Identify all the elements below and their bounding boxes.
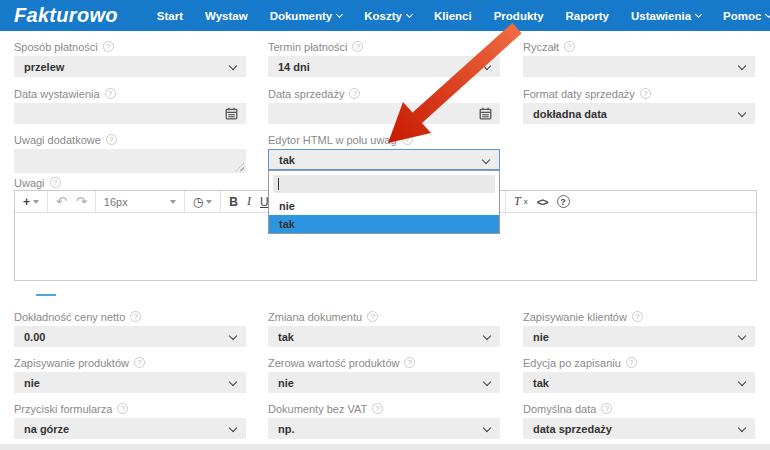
field-label: Termin płatności?	[268, 40, 500, 53]
data-sprzedazy-input[interactable]	[268, 103, 500, 124]
nav-item-produkty[interactable]: Produkty	[483, 10, 555, 22]
editor-help-button[interactable]: ?	[557, 195, 570, 208]
edycja-po-zapisaniu-select[interactable]: tak	[523, 372, 755, 393]
help-icon[interactable]: ?	[105, 88, 116, 99]
help-icon[interactable]: ?	[601, 403, 612, 414]
clock-button[interactable]: ◷	[193, 195, 212, 209]
select-value: nie	[278, 377, 294, 389]
clear-formatting-button[interactable]: Tx	[514, 194, 528, 209]
help-icon[interactable]: ?	[402, 134, 413, 145]
ryczalt-select[interactable]	[523, 56, 755, 77]
logo[interactable]: Fakturowo	[14, 4, 118, 27]
nav-item-ustawienia[interactable]: Ustawienia	[620, 10, 712, 22]
field-label: Zapisywanie klientów?	[523, 310, 755, 323]
insert-plus-button[interactable]: +	[23, 195, 39, 209]
field-label: Dokumenty bez VAT?	[268, 402, 500, 415]
field-dokumenty-bez-vat: Dokumenty bez VAT? np.	[268, 402, 500, 439]
edytor-html-dropdown: nie tak	[268, 170, 500, 234]
field-edycja-po-zapisaniu: Edycja po zapisaniu? tak	[523, 356, 755, 393]
help-icon[interactable]: ?	[367, 311, 378, 322]
nav-item-pomoc[interactable]: Pomoc	[712, 10, 770, 22]
nav-item-label: Koszty	[364, 10, 402, 22]
dokladnosc-ceny-select[interactable]: 0.00	[14, 326, 246, 347]
format-daty-select[interactable]: dokładna data	[523, 103, 755, 124]
toolbar-group-history: ↶ ↷	[48, 191, 96, 212]
field-label-text: Sposób płatności	[14, 41, 98, 53]
edytor-html-select[interactable]: tak	[268, 149, 500, 170]
font-size-select[interactable]: 16px	[104, 196, 176, 208]
help-icon[interactable]: ?	[626, 357, 637, 368]
nav-item-start[interactable]: Start	[146, 10, 194, 22]
field-uwagi-dodatkowe: Uwagi dodatkowe?	[14, 133, 246, 173]
help-icon[interactable]: ?	[372, 403, 383, 414]
dropdown-option-tak[interactable]: tak	[269, 215, 499, 233]
next-section-edge	[0, 444, 770, 450]
sposob-platnosci-select[interactable]: przelew	[14, 56, 246, 77]
chevron-down-icon	[738, 332, 746, 340]
help-icon[interactable]: ?	[130, 311, 141, 322]
field-label: Sposób płatności?	[14, 40, 246, 53]
nav-item-wystaw[interactable]: Wystaw	[194, 10, 259, 22]
nav-item-label: Start	[157, 10, 183, 22]
undo-button[interactable]: ↶	[56, 194, 67, 209]
help-icon[interactable]: ?	[103, 41, 114, 52]
field-uwagi: Uwagi?	[14, 176, 246, 189]
field-label-text: Edycja po zapisaniu	[523, 357, 621, 369]
resize-grip[interactable]	[236, 163, 244, 171]
termin-platnosci-select[interactable]: 14 dni	[268, 56, 500, 77]
nav-item-label: Dokumenty	[270, 10, 333, 22]
nav-item-label: Wystaw	[205, 10, 248, 22]
select-value: np.	[278, 423, 295, 435]
bold-button[interactable]: B	[229, 195, 238, 209]
help-icon[interactable]: ?	[349, 88, 360, 99]
field-label: Ryczałt?	[523, 40, 755, 53]
caret-down-icon	[206, 200, 212, 204]
nav-item-dokumenty[interactable]: Dokumenty	[259, 10, 354, 22]
field-label: Edycja po zapisaniu?	[523, 356, 755, 369]
help-icon[interactable]: ?	[352, 41, 363, 52]
zapisywanie-produktow-select[interactable]: nie	[14, 372, 246, 393]
nav-item-klienci[interactable]: Klienci	[423, 10, 483, 22]
help-icon[interactable]: ?	[117, 403, 128, 414]
help-icon[interactable]: ?	[632, 311, 643, 322]
undo-icon: ↶	[56, 194, 67, 209]
select-value: nie	[533, 331, 549, 343]
select-value: 0.00	[24, 331, 45, 343]
field-zapisywanie-produktow: Zapisywanie produktów? nie	[14, 356, 246, 393]
chevron-down-icon	[738, 62, 746, 70]
nav-item-koszty[interactable]: Koszty	[353, 10, 423, 22]
zapisywanie-klientow-select[interactable]: nie	[523, 326, 755, 347]
code-view-button[interactable]: <>	[537, 196, 548, 208]
help-icon[interactable]: ?	[564, 41, 575, 52]
zmiana-dokumentu-select[interactable]: tak	[268, 326, 500, 347]
domyslna-data-select[interactable]: data sprzedaży	[523, 418, 755, 439]
dropdown-search-input[interactable]	[273, 175, 495, 193]
help-icon[interactable]: ?	[50, 177, 61, 188]
help-icon[interactable]: ?	[404, 357, 415, 368]
nav-item-raporty[interactable]: Raporty	[555, 10, 620, 22]
redo-icon: ↷	[76, 194, 87, 209]
field-label: Data wystawienia?	[14, 87, 246, 100]
chevron-down-icon	[229, 378, 237, 386]
dropdown-option-nie[interactable]: nie	[269, 197, 499, 215]
help-icon[interactable]: ?	[106, 134, 117, 145]
chevron-down-icon	[336, 10, 343, 17]
italic-button[interactable]: I	[247, 194, 251, 209]
chevron-down-icon	[483, 424, 491, 432]
data-wystawienia-input[interactable]	[14, 103, 246, 124]
toolbar-group-fontsize: 16px	[96, 191, 185, 212]
chevron-down-icon	[483, 332, 491, 340]
help-icon[interactable]: ?	[134, 357, 145, 368]
redo-button[interactable]: ↷	[76, 194, 87, 209]
select-value: nie	[24, 377, 40, 389]
select-value: przelew	[24, 61, 64, 73]
zerowa-wartosc-select[interactable]: nie	[268, 372, 500, 393]
field-label-text: Edytor HTML w polu uwag	[268, 134, 397, 146]
nav-item-label: Raporty	[566, 10, 609, 22]
chevron-down-icon	[483, 378, 491, 386]
field-label-text: Zerowa wartość produktów	[268, 357, 399, 369]
przyciski-formularza-select[interactable]: na górze	[14, 418, 246, 439]
uwagi-dodatkowe-textarea[interactable]	[14, 149, 246, 173]
dokumenty-bez-vat-select[interactable]: np.	[268, 418, 500, 439]
help-icon[interactable]: ?	[640, 88, 651, 99]
